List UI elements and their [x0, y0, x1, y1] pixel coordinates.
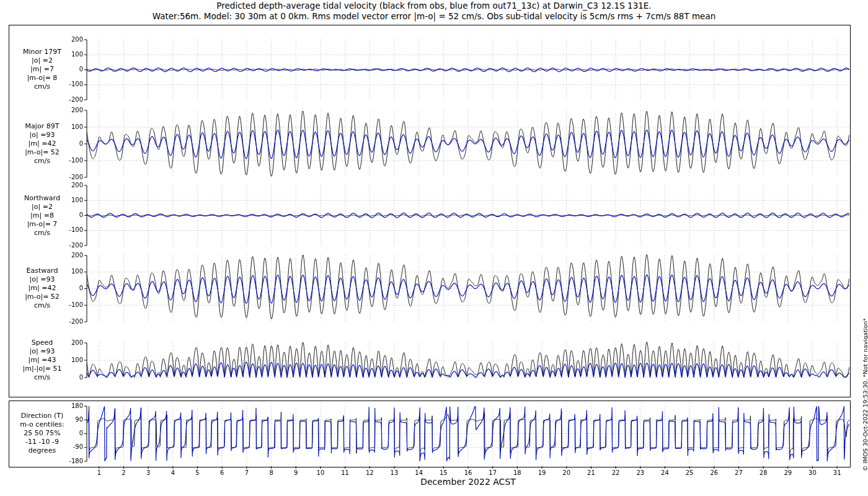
panel-title: Eastward [4, 267, 81, 275]
panel-stat-error: |m-o|= 8 [4, 74, 81, 82]
panel-stat-error: |m-o|= 7 [4, 220, 81, 229]
panel-label-speed: Speed |o| =93 |m| =43 |m|-|o|= 51 cm/s [4, 339, 81, 382]
panel-stat-obs: |o| =93 [4, 275, 81, 284]
panel-centiles-caption: m-o centiles: [4, 420, 81, 429]
panel-units: cm/s [4, 157, 81, 166]
panel-stat-model: |m| =42 [4, 284, 81, 293]
panel-stat-error: |m-o|= 52 [4, 293, 81, 301]
panel-title: Major 89T [4, 122, 81, 131]
panel-stat-obs: |o| =93 [4, 347, 81, 356]
panel-units: degrees [4, 446, 81, 455]
panel-label-eastward: Eastward |o| =93 |m| =42 |m-o|= 52 cm/s [4, 267, 81, 310]
panel-label-direction: Direction (T) m-o centiles: 25 50 75% -1… [4, 412, 81, 455]
panel-stat-error: |m-o|= 52 [4, 148, 81, 157]
panel-title: Minor 179T [4, 48, 81, 56]
panel-label-northward: Northward |o| =2 |m| =8 |m-o|= 7 cm/s [4, 194, 81, 237]
panel-stat-obs: |o| =93 [4, 131, 81, 140]
panel-stat-obs: |o| =2 [4, 203, 81, 211]
tidal-plot-canvas [0, 0, 868, 496]
panel-label-major: Major 89T |o| =93 |m| =42 |m-o|= 52 cm/s [4, 122, 81, 166]
panel-stat-obs: |o| =2 [4, 56, 81, 65]
panel-stat-error: |m|-|o|= 51 [4, 365, 81, 373]
panel-stat-model: |m| =42 [4, 140, 81, 148]
panel-stat-model: |m| =8 [4, 211, 81, 220]
panel-stat-model: |m| =43 [4, 356, 81, 365]
panel-centiles-values: -11 -10 -9 [4, 438, 81, 446]
imos-watermark: © IMOS 30-Oct-2022 19:53:30. *Not for na… [862, 318, 868, 471]
panel-units: cm/s [4, 301, 81, 310]
panel-units: cm/s [4, 373, 81, 382]
panel-units: cm/s [4, 229, 81, 237]
panel-units: cm/s [4, 82, 81, 91]
panel-title: Speed [4, 339, 81, 347]
panel-stat-model: |m| =7 [4, 65, 81, 74]
panel-title: Direction (T) [4, 412, 81, 420]
panel-title: Northward [4, 194, 81, 203]
x-axis-caption: December 2022 ACST [87, 477, 849, 487]
panel-centiles-levels: 25 50 75% [4, 429, 81, 438]
tidal-velocity-figure: Predicted depth-average tidal velocity (… [0, 0, 868, 496]
panel-label-minor: Minor 179T |o| =2 |m| =7 |m-o|= 8 cm/s [4, 48, 81, 91]
